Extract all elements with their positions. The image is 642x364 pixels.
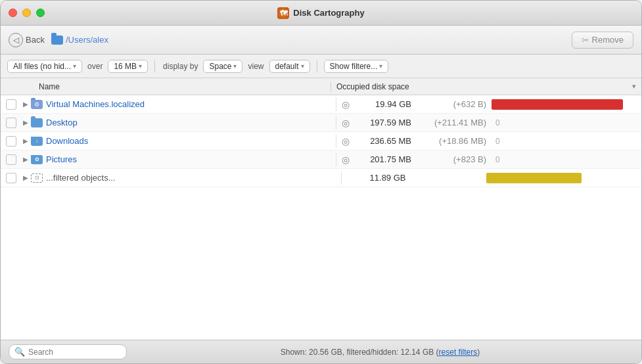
back-button[interactable]: ◁ Back [9, 33, 45, 47]
row-bar-container-1 [492, 99, 636, 110]
files-filter-label: All files (no hid... [13, 62, 71, 71]
filtered-icon: ⊡ [31, 173, 43, 183]
size-filter-label: 16 MB [114, 62, 137, 71]
display-by-label: display by [163, 62, 198, 71]
row-delta-3: (+18.86 MB) [414, 136, 486, 146]
remove-label: Remove [592, 35, 624, 45]
sort-chevron[interactable]: ▾ [623, 82, 636, 91]
separator-1 [154, 60, 155, 72]
app-title-text: Disk Cartography [293, 8, 364, 18]
folder-badge-3: ↓ [35, 138, 38, 144]
row-bar-container-5 [486, 173, 631, 183]
row-zero-3: 0 [495, 137, 500, 146]
close-button[interactable] [9, 9, 17, 17]
row-size-3: 236.65 MB [352, 136, 411, 146]
search-icon: 🔍 [14, 347, 25, 357]
row-name-3[interactable]: Downloads [46, 136, 331, 146]
row-checkbox-1[interactable] [6, 99, 16, 110]
titlebar: 🗺 Disk Cartography [1, 1, 641, 26]
row-bar-container-2: 0 [492, 118, 636, 128]
row-sep-4 [336, 153, 336, 166]
display-filter-pill[interactable]: Space ▾ [203, 60, 242, 73]
maximize-button[interactable] [36, 9, 45, 17]
col-disk-header[interactable]: Occupied disk space [336, 82, 623, 91]
size-chevron: ▾ [139, 62, 142, 70]
window-controls[interactable] [9, 9, 45, 17]
bottombar: 🔍 Shown: 20.56 GB, filtered/hidden: 12.1… [1, 340, 641, 363]
path-display: /Users/alex [51, 35, 108, 45]
table-row: ▶ ✿ Pictures ◎ 201.75 MB (+823 B) 0 [1, 150, 641, 169]
minimize-button[interactable] [22, 9, 31, 17]
row-expand-3[interactable]: ▶ [20, 136, 31, 147]
files-filter-pill[interactable]: All files (no hid... ▾ [7, 60, 82, 73]
search-box[interactable]: 🔍 [9, 344, 127, 359]
folder-icon-4: ✿ [31, 155, 43, 164]
radio-icon-4: ◎ [342, 154, 350, 165]
folder-badge-4: ✿ [35, 156, 39, 162]
table-header: Name Occupied disk space ▾ [1, 78, 641, 95]
row-expand-5[interactable]: ▶ [20, 173, 31, 183]
row-sep-5 [341, 171, 342, 185]
table-row: ▶ ↓ Downloads ◎ 236.65 MB (+18.86 MB) 0 [1, 132, 641, 150]
row-sep-1 [336, 98, 336, 111]
row-name-2[interactable]: Desktop [46, 118, 331, 127]
col-name-header[interactable]: Name [37, 82, 325, 91]
table-row: ▶ ⚙ Virtual Machines.localized ◎ 19.94 G… [1, 95, 641, 114]
status-prefix: Shown: 20.56 GB, filtered/hidden: 12.14 … [281, 348, 439, 357]
folder-badge-1: ⚙ [34, 101, 39, 108]
view-filter-pill[interactable]: default ▾ [269, 60, 310, 73]
table-body: ▶ ⚙ Virtual Machines.localized ◎ 19.94 G… [1, 95, 641, 340]
row-sep-3 [336, 135, 336, 148]
row-checkbox-4[interactable] [6, 154, 16, 165]
view-chevron: ▾ [301, 62, 304, 70]
radio-icon-1: ◎ [342, 99, 350, 110]
show-filter-pill[interactable]: Show filtere... ▾ [324, 60, 389, 73]
folder-icon [51, 35, 63, 45]
back-arrow-icon: ◁ [9, 33, 23, 47]
row-zero-4: 0 [495, 155, 500, 164]
back-label: Back [26, 35, 45, 45]
table-row: ▶ Desktop ◎ 197.59 MB (+211.41 MB) 0 [1, 114, 641, 132]
remove-button[interactable]: ✂ Remove [572, 32, 633, 49]
remove-icon: ✂ [582, 35, 589, 45]
reset-filters-link[interactable]: reset filters [439, 348, 478, 357]
filter-sym: ⊡ [35, 175, 39, 181]
radio-icon-2: ◎ [342, 118, 350, 128]
status-text: Shown: 20.56 GB, filtered/hidden: 12.14 … [127, 348, 633, 357]
row-bar-1 [492, 99, 623, 110]
show-chevron: ▾ [379, 62, 382, 70]
row-name-1[interactable]: Virtual Machines.localized [46, 99, 331, 109]
row-bar-5 [486, 173, 582, 183]
files-filter-chevron: ▾ [73, 62, 76, 70]
row-checkbox-5[interactable] [6, 173, 16, 183]
row-expand-2[interactable]: ▶ [20, 118, 31, 128]
status-suffix: ) [477, 348, 480, 357]
filterbar: All files (no hid... ▾ over 16 MB ▾ disp… [1, 55, 641, 78]
row-delta-2: (+211.41 MB) [414, 118, 486, 127]
row-size-1: 19.94 GB [352, 99, 411, 109]
row-zero-2: 0 [495, 118, 500, 127]
toolbar: ◁ Back /Users/alex ✂ Remove [1, 26, 641, 55]
row-bar-container-4: 0 [492, 154, 636, 165]
col-separator [331, 81, 331, 92]
display-filter-label: Space [209, 62, 231, 71]
display-chevron: ▾ [233, 62, 237, 70]
folder-icon-3: ↓ [31, 137, 43, 146]
folder-icon-2 [31, 118, 43, 127]
app-title: 🗺 Disk Cartography [277, 7, 364, 19]
show-filter-label: Show filtere... [330, 62, 378, 71]
row-name-4[interactable]: Pictures [46, 154, 331, 164]
separator-2 [317, 60, 317, 72]
radio-icon-3: ◎ [342, 136, 350, 147]
search-input[interactable] [28, 348, 114, 357]
row-delta-4: (+823 B) [414, 154, 486, 164]
row-expand-1[interactable]: ▶ [20, 99, 31, 110]
row-delta-1: (+632 B) [414, 99, 486, 109]
over-label: over [87, 62, 103, 71]
row-sep-2 [336, 116, 336, 129]
row-expand-4[interactable]: ▶ [20, 154, 31, 165]
size-filter-pill[interactable]: 16 MB ▾ [108, 60, 148, 73]
row-checkbox-2[interactable] [6, 118, 16, 128]
row-checkbox-3[interactable] [6, 136, 16, 147]
folder-icon-1: ⚙ [31, 100, 43, 109]
